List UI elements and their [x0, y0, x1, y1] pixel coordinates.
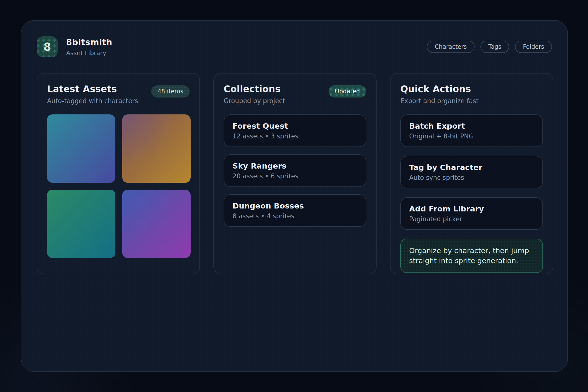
action-subtitle: Original + 8-bit PNG: [409, 132, 534, 140]
asset-tile[interactable]: [47, 190, 116, 258]
asset-tile-grid: [47, 114, 190, 258]
card-quick-actions: Quick Actions Export and organize fast B…: [390, 73, 553, 274]
collection-item-forest-quest[interactable]: Forest Quest 12 assets • 3 sprites: [224, 114, 366, 147]
collection-name: Dungeon Bosses: [232, 202, 358, 210]
nav-pill-characters[interactable]: Characters: [427, 41, 474, 53]
collection-name: Forest Quest: [232, 122, 358, 130]
nav-pill-tags[interactable]: Tags: [480, 41, 509, 53]
page-background: 8 8bitsmith Asset Library Characters Tag…: [0, 0, 588, 392]
action-add-from-library[interactable]: Add From Library Paginated picker: [400, 197, 543, 230]
asset-tile[interactable]: [47, 114, 116, 183]
action-subtitle: Paginated picker: [409, 215, 534, 223]
app-logo: 8: [37, 36, 58, 57]
collection-meta: 12 assets • 3 sprites: [232, 132, 358, 140]
action-title: Tag by Character: [409, 163, 534, 172]
collections-header: Collections Grouped by project Updated: [224, 84, 366, 104]
card-latest-assets: Latest Assets Auto-tagged with character…: [37, 73, 200, 274]
quick-actions-subtitle: Export and organize fast: [400, 97, 479, 104]
quick-actions-heading: Quick Actions Export and organize fast: [400, 84, 479, 104]
latest-assets-header: Latest Assets Auto-tagged with character…: [47, 84, 190, 104]
asset-tile[interactable]: [122, 114, 190, 183]
latest-assets-title: Latest Assets: [47, 84, 138, 94]
action-subtitle: Auto sync sprites: [409, 174, 534, 181]
latest-assets-heading: Latest Assets Auto-tagged with character…: [47, 84, 138, 104]
header-nav: Characters Tags Folders: [427, 41, 552, 53]
app-identity: 8bitsmith Asset Library: [66, 37, 112, 56]
collection-meta: 20 assets • 6 sprites: [232, 172, 358, 180]
action-title: Add From Library: [409, 204, 534, 213]
workflow-tip-note: Organize by character, then jump straigh…: [400, 239, 543, 273]
app-title: 8bitsmith: [66, 37, 112, 47]
collection-item-dungeon-bosses[interactable]: Dungeon Bosses 8 assets • 4 sprites: [224, 194, 366, 227]
cards-row: Latest Assets Auto-tagged with character…: [37, 73, 553, 274]
action-tag-by-character[interactable]: Tag by Character Auto sync sprites: [400, 156, 543, 188]
app-subtitle: Asset Library: [66, 50, 112, 56]
asset-tile[interactable]: [122, 190, 190, 258]
nav-pill-folders[interactable]: Folders: [515, 41, 552, 53]
updated-badge: Updated: [328, 85, 366, 98]
latest-assets-subtitle: Auto-tagged with characters: [47, 97, 138, 104]
app-logo-glyph: 8: [44, 41, 51, 53]
collections-list: Forest Quest 12 assets • 3 sprites Sky R…: [224, 114, 366, 227]
header: 8 8bitsmith Asset Library Characters Tag…: [37, 36, 552, 58]
action-batch-export[interactable]: Batch Export Original + 8-bit PNG: [400, 114, 543, 147]
collection-meta: 8 assets • 4 sprites: [232, 212, 358, 220]
collection-item-sky-rangers[interactable]: Sky Rangers 20 assets • 6 sprites: [224, 154, 366, 187]
items-count-badge: 48 items: [151, 85, 190, 98]
collections-heading: Collections Grouped by project: [224, 84, 285, 104]
collections-title: Collections: [224, 84, 285, 94]
app-window: 8 8bitsmith Asset Library Characters Tag…: [21, 20, 568, 372]
card-collections: Collections Grouped by project Updated F…: [214, 73, 376, 274]
collection-name: Sky Rangers: [232, 162, 358, 170]
quick-actions-list: Batch Export Original + 8-bit PNG Tag by…: [400, 114, 543, 273]
quick-actions-title: Quick Actions: [400, 84, 479, 94]
collections-subtitle: Grouped by project: [224, 97, 285, 104]
quick-actions-header: Quick Actions Export and organize fast: [400, 84, 543, 104]
action-title: Batch Export: [409, 122, 534, 130]
